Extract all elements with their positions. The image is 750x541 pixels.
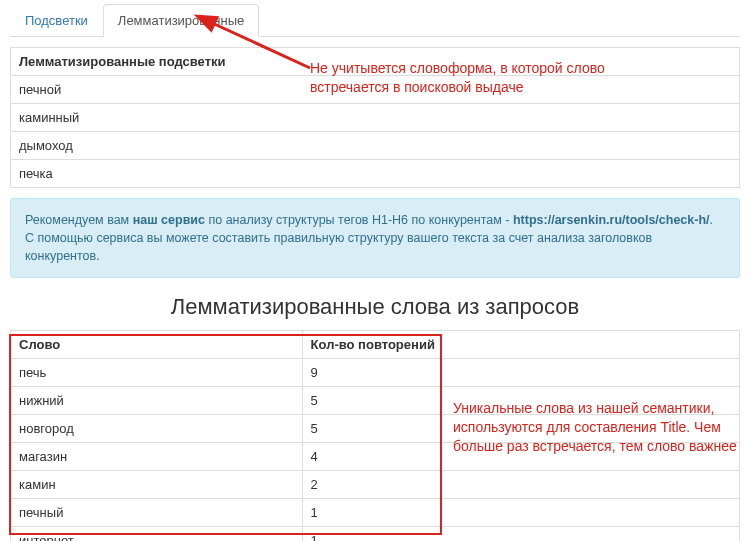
table2-count: 1 [302,499,739,527]
tab-lemmatized[interactable]: Лемматизированные [103,4,259,37]
table2-count: 2 [302,471,739,499]
table1-row: дымоход [11,132,740,160]
table1-row: печной [11,76,740,104]
lemmatized-highlights-table: Лемматизированные подсветки печнойкаминн… [10,47,740,188]
table1-header: Лемматизированные подсветки [11,48,740,76]
info-notice: Рекомендуем вам наш сервис по анализу ст… [10,198,740,278]
table2-word: новгород [11,415,303,443]
notice-link[interactable]: https://arsenkin.ru/tools/check-h/ [513,213,710,227]
table2-word: печный [11,499,303,527]
table2-col-word: Слово [11,331,303,359]
table2-count: 9 [302,359,739,387]
table2-col-count: Кол-во повторений [302,331,739,359]
notice-strong: наш сервис [133,213,205,227]
table2-word: нижний [11,387,303,415]
table2-count: 5 [302,387,739,415]
table2-word: интернет [11,527,303,541]
table2-count: 5 [302,415,739,443]
table2-word: печь [11,359,303,387]
lemmatized-words-table: Слово Кол-во повторений печь9нижний5новг… [10,330,740,541]
tab-highlights[interactable]: Подсветки [10,4,103,37]
table2-word: камин [11,471,303,499]
table1-row: каминный [11,104,740,132]
section-title: Лемматизированные слова из запросов [0,294,750,320]
table1-row: печка [11,160,740,188]
table2-count: 1 [302,527,739,541]
notice-text-pre: Рекомендуем вам [25,213,133,227]
tabs-bar: Подсветки Лемматизированные [10,4,740,37]
notice-text-mid: по анализу структуры тегов H1-H6 по конк… [205,213,513,227]
table2-word: магазин [11,443,303,471]
table2-count: 4 [302,443,739,471]
